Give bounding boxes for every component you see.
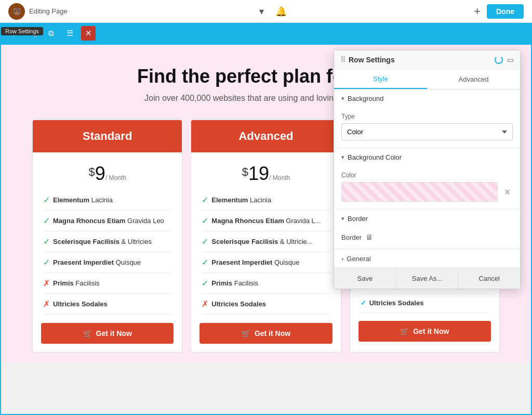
pricing-card-advanced: Advanced $19/ Month ✓Elementum Lacinia ✓… [191,120,341,353]
background-section-header[interactable]: ▾ Background [334,89,520,108]
chevron-right-icon: › [341,255,343,263]
border-row: Border 🖥 [341,233,513,241]
background-color-section: ▾ Background Color Color ✕ [334,148,520,210]
app-logo: 🐻 [8,3,25,20]
tooltip-label: Row Settings [1,27,43,35]
general-section[interactable]: › General [334,249,520,268]
chevron-down-icon: ▾ [341,95,344,102]
top-bar: 🐻 Editing Page ▾ 🔔 + Done [0,0,532,23]
card-cta-advanced[interactable]: 🛒 Get it Now [200,323,332,344]
color-row: ✕ [341,182,513,202]
card-header-advanced: Advanced [191,120,340,152]
dropdown-arrow[interactable]: ▾ [255,4,269,19]
top-bar-center: ▾ 🔔 [255,4,287,19]
card-cta-pro[interactable]: 🛒 Get it Now [358,321,491,342]
chevron-down-icon: ▾ [341,215,344,222]
border-section: ▾ Border Border 🖥 [334,210,520,249]
duplicate-icon[interactable]: ⧉ [44,26,58,41]
list-item: ✓Magna Rhoncus Etiam Gravida L... [202,211,330,231]
background-color-section-body: Color ✕ [334,166,520,209]
add-button[interactable]: + [474,5,481,18]
color-label: Color [341,172,513,179]
border-section-body: Border 🖥 [334,228,520,249]
card-features-advanced: ✓Elementum Lacinia ✓Magna Rhoncus Etiam … [191,190,340,315]
list-item: ✗Primis Facilisis [43,273,171,294]
drag-handle-icon[interactable]: ⠿ [340,56,345,64]
background-color-section-header[interactable]: ▾ Background Color [334,148,520,166]
done-button[interactable]: Done [487,4,524,19]
panel-body: ▾ Background Type Color Gradient Image V… [334,89,520,268]
list-item: ✓Elementum Lacinia [43,190,171,211]
minimize-icon[interactable]: ▭ [507,56,514,64]
list-item: ✓Ultricies Sodales [361,294,489,313]
border-section-header[interactable]: ▾ Border [334,210,520,228]
card-price-standard: $9/ Month [33,152,182,190]
list-item: ✓Primis Facilisis [202,273,330,294]
tab-style[interactable]: Style [334,70,427,89]
card-price-advanced: $19/ Month [191,152,340,190]
card-features-standard: ✓Elementum Lacinia ✓Magna Rhoncus Etiam … [33,190,182,315]
save-as-button[interactable]: Save As... [396,268,459,289]
loading-spinner [495,56,503,64]
notification-bell[interactable]: 🔔 [275,6,287,17]
background-section-body: Type Color Gradient Image Video [334,108,520,148]
cancel-button[interactable]: Cancel [458,268,520,289]
top-bar-left: 🐻 Editing Page [8,3,68,20]
tab-advanced[interactable]: Advanced [427,70,520,89]
list-item: ✓Praesent Imperdiet Quisque [43,252,171,273]
list-item: ✓Praesent Imperdiet Quisque [202,252,330,273]
chevron-down-icon: ▾ [341,154,344,161]
list-item: ✗Ultricies Sodales [43,294,171,315]
row-settings-panel: ⠿ Row Settings ▭ Style Advanced ▾ Backgr… [334,50,521,289]
canvas: Find the perfect plan for you. Join over… [0,44,532,415]
list-item: ✓Scelerisque Facilisis & Ultricies [43,231,171,252]
card-header-standard: Standard [33,120,182,152]
list-item: ✓Elementum Lacinia [202,190,330,211]
page-title: Editing Page [29,7,68,15]
type-label: Type [341,113,513,120]
panel-footer: Save Save As... Cancel [334,268,520,289]
panel-title: ⠿ Row Settings [340,56,395,64]
panel-tabs: Style Advanced [334,70,520,89]
panel-header-actions: ▭ [495,56,514,64]
close-icon[interactable]: ✕ [81,26,96,41]
card-cta-standard[interactable]: 🛒 Get it Now [41,323,174,344]
row-toolbar: Row Settings ⊹ 🔧 ⧉ ☰ ✕ [0,23,532,44]
list-item: ✓Scelerisque Facilisis & Ultricie... [202,231,330,252]
background-type-select[interactable]: Color Gradient Image Video [341,123,513,140]
top-bar-right: + Done [474,4,524,19]
background-section: ▾ Background Type Color Gradient Image V… [334,89,520,148]
list-item: ✓Magna Rhoncus Etiam Gravida Leo [43,211,171,231]
panel-header: ⠿ Row Settings ▭ [334,50,520,70]
monitor-icon: 🖥 [366,233,373,241]
color-clear-icon[interactable]: ✕ [502,185,513,199]
pricing-card-standard: Standard $9/ Month ✓Elementum Lacinia ✓M… [32,120,182,353]
save-button[interactable]: Save [334,268,396,289]
menu-icon[interactable]: ☰ [62,26,77,41]
list-item: ✗Ultricies Sodales [202,294,330,315]
color-preview[interactable] [341,182,498,202]
